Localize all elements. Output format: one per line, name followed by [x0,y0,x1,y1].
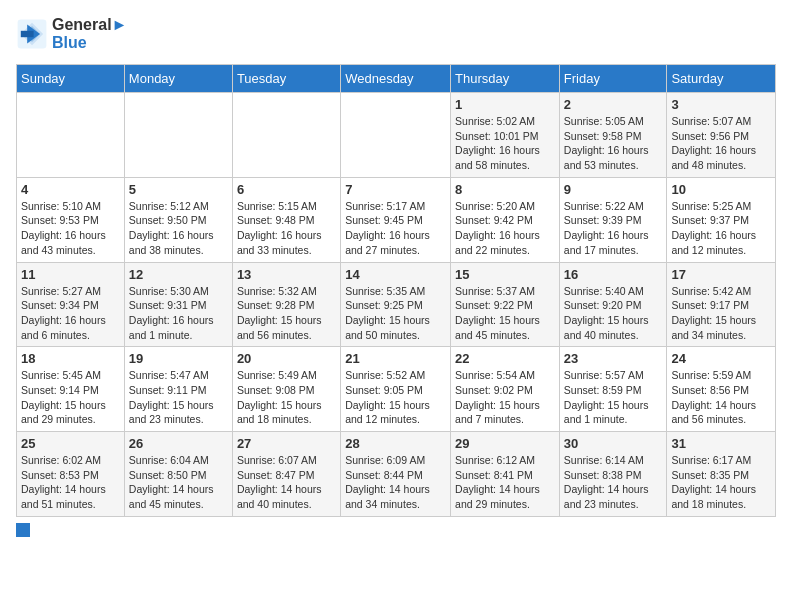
calendar-cell: 20Sunrise: 5:49 AM Sunset: 9:08 PM Dayli… [232,347,340,432]
col-header-thursday: Thursday [451,65,560,93]
calendar-cell: 7Sunrise: 5:17 AM Sunset: 9:45 PM Daylig… [341,177,451,262]
day-info: Sunrise: 6:14 AM Sunset: 8:38 PM Dayligh… [564,453,663,512]
col-header-wednesday: Wednesday [341,65,451,93]
col-header-friday: Friday [559,65,667,93]
day-info: Sunrise: 5:37 AM Sunset: 9:22 PM Dayligh… [455,284,555,343]
calendar-week-row: 1Sunrise: 5:02 AM Sunset: 10:01 PM Dayli… [17,93,776,178]
day-info: Sunrise: 5:32 AM Sunset: 9:28 PM Dayligh… [237,284,336,343]
calendar-cell: 16Sunrise: 5:40 AM Sunset: 9:20 PM Dayli… [559,262,667,347]
day-number: 27 [237,436,336,451]
calendar-week-row: 11Sunrise: 5:27 AM Sunset: 9:34 PM Dayli… [17,262,776,347]
calendar-week-row: 25Sunrise: 6:02 AM Sunset: 8:53 PM Dayli… [17,432,776,517]
calendar-cell: 23Sunrise: 5:57 AM Sunset: 8:59 PM Dayli… [559,347,667,432]
day-number: 9 [564,182,663,197]
calendar-cell: 18Sunrise: 5:45 AM Sunset: 9:14 PM Dayli… [17,347,125,432]
day-info: Sunrise: 5:45 AM Sunset: 9:14 PM Dayligh… [21,368,120,427]
calendar-cell: 22Sunrise: 5:54 AM Sunset: 9:02 PM Dayli… [451,347,560,432]
calendar-cell: 6Sunrise: 5:15 AM Sunset: 9:48 PM Daylig… [232,177,340,262]
col-header-saturday: Saturday [667,65,776,93]
day-number: 28 [345,436,446,451]
day-info: Sunrise: 5:40 AM Sunset: 9:20 PM Dayligh… [564,284,663,343]
calendar-cell: 12Sunrise: 5:30 AM Sunset: 9:31 PM Dayli… [124,262,232,347]
day-info: Sunrise: 5:02 AM Sunset: 10:01 PM Daylig… [455,114,555,173]
day-info: Sunrise: 5:20 AM Sunset: 9:42 PM Dayligh… [455,199,555,258]
calendar-cell [17,93,125,178]
day-info: Sunrise: 6:07 AM Sunset: 8:47 PM Dayligh… [237,453,336,512]
col-header-sunday: Sunday [17,65,125,93]
calendar-week-row: 4Sunrise: 5:10 AM Sunset: 9:53 PM Daylig… [17,177,776,262]
day-number: 31 [671,436,771,451]
day-number: 3 [671,97,771,112]
day-number: 2 [564,97,663,112]
day-number: 18 [21,351,120,366]
day-number: 11 [21,267,120,282]
day-info: Sunrise: 6:17 AM Sunset: 8:35 PM Dayligh… [671,453,771,512]
day-info: Sunrise: 5:12 AM Sunset: 9:50 PM Dayligh… [129,199,228,258]
svg-rect-5 [21,31,34,37]
day-info: Sunrise: 5:35 AM Sunset: 9:25 PM Dayligh… [345,284,446,343]
logo-icon [16,18,48,50]
calendar-cell: 1Sunrise: 5:02 AM Sunset: 10:01 PM Dayli… [451,93,560,178]
calendar-cell [124,93,232,178]
calendar-cell: 29Sunrise: 6:12 AM Sunset: 8:41 PM Dayli… [451,432,560,517]
day-number: 20 [237,351,336,366]
day-info: Sunrise: 5:25 AM Sunset: 9:37 PM Dayligh… [671,199,771,258]
calendar-cell: 10Sunrise: 5:25 AM Sunset: 9:37 PM Dayli… [667,177,776,262]
day-number: 19 [129,351,228,366]
day-info: Sunrise: 5:49 AM Sunset: 9:08 PM Dayligh… [237,368,336,427]
calendar-cell: 30Sunrise: 6:14 AM Sunset: 8:38 PM Dayli… [559,432,667,517]
day-number: 29 [455,436,555,451]
day-info: Sunrise: 5:22 AM Sunset: 9:39 PM Dayligh… [564,199,663,258]
day-number: 7 [345,182,446,197]
calendar-cell [341,93,451,178]
col-header-monday: Monday [124,65,232,93]
calendar-week-row: 18Sunrise: 5:45 AM Sunset: 9:14 PM Dayli… [17,347,776,432]
calendar-cell: 21Sunrise: 5:52 AM Sunset: 9:05 PM Dayli… [341,347,451,432]
day-number: 6 [237,182,336,197]
calendar-cell [232,93,340,178]
calendar-header-row: SundayMondayTuesdayWednesdayThursdayFrid… [17,65,776,93]
day-info: Sunrise: 5:10 AM Sunset: 9:53 PM Dayligh… [21,199,120,258]
day-number: 12 [129,267,228,282]
day-info: Sunrise: 5:30 AM Sunset: 9:31 PM Dayligh… [129,284,228,343]
logo: General► Blue [16,16,127,52]
calendar-cell: 9Sunrise: 5:22 AM Sunset: 9:39 PM Daylig… [559,177,667,262]
calendar-cell: 5Sunrise: 5:12 AM Sunset: 9:50 PM Daylig… [124,177,232,262]
calendar-cell: 24Sunrise: 5:59 AM Sunset: 8:56 PM Dayli… [667,347,776,432]
day-number: 21 [345,351,446,366]
day-number: 24 [671,351,771,366]
calendar-cell: 14Sunrise: 5:35 AM Sunset: 9:25 PM Dayli… [341,262,451,347]
legend-box [16,523,30,537]
day-number: 8 [455,182,555,197]
day-info: Sunrise: 5:42 AM Sunset: 9:17 PM Dayligh… [671,284,771,343]
day-number: 22 [455,351,555,366]
calendar-cell: 28Sunrise: 6:09 AM Sunset: 8:44 PM Dayli… [341,432,451,517]
day-info: Sunrise: 6:12 AM Sunset: 8:41 PM Dayligh… [455,453,555,512]
day-info: Sunrise: 5:59 AM Sunset: 8:56 PM Dayligh… [671,368,771,427]
calendar-cell: 31Sunrise: 6:17 AM Sunset: 8:35 PM Dayli… [667,432,776,517]
calendar-cell: 11Sunrise: 5:27 AM Sunset: 9:34 PM Dayli… [17,262,125,347]
day-number: 10 [671,182,771,197]
day-number: 23 [564,351,663,366]
page-header: General► Blue [16,16,776,52]
day-number: 26 [129,436,228,451]
day-info: Sunrise: 5:47 AM Sunset: 9:11 PM Dayligh… [129,368,228,427]
day-info: Sunrise: 5:52 AM Sunset: 9:05 PM Dayligh… [345,368,446,427]
footer [16,523,776,537]
calendar-cell: 17Sunrise: 5:42 AM Sunset: 9:17 PM Dayli… [667,262,776,347]
day-number: 4 [21,182,120,197]
calendar-cell: 27Sunrise: 6:07 AM Sunset: 8:47 PM Dayli… [232,432,340,517]
day-info: Sunrise: 5:54 AM Sunset: 9:02 PM Dayligh… [455,368,555,427]
day-number: 16 [564,267,663,282]
calendar-cell: 4Sunrise: 5:10 AM Sunset: 9:53 PM Daylig… [17,177,125,262]
day-info: Sunrise: 5:17 AM Sunset: 9:45 PM Dayligh… [345,199,446,258]
day-number: 14 [345,267,446,282]
calendar-cell: 8Sunrise: 5:20 AM Sunset: 9:42 PM Daylig… [451,177,560,262]
day-number: 30 [564,436,663,451]
calendar-cell: 19Sunrise: 5:47 AM Sunset: 9:11 PM Dayli… [124,347,232,432]
day-info: Sunrise: 5:07 AM Sunset: 9:56 PM Dayligh… [671,114,771,173]
day-info: Sunrise: 6:09 AM Sunset: 8:44 PM Dayligh… [345,453,446,512]
day-info: Sunrise: 5:05 AM Sunset: 9:58 PM Dayligh… [564,114,663,173]
day-info: Sunrise: 5:15 AM Sunset: 9:48 PM Dayligh… [237,199,336,258]
calendar-cell: 13Sunrise: 5:32 AM Sunset: 9:28 PM Dayli… [232,262,340,347]
